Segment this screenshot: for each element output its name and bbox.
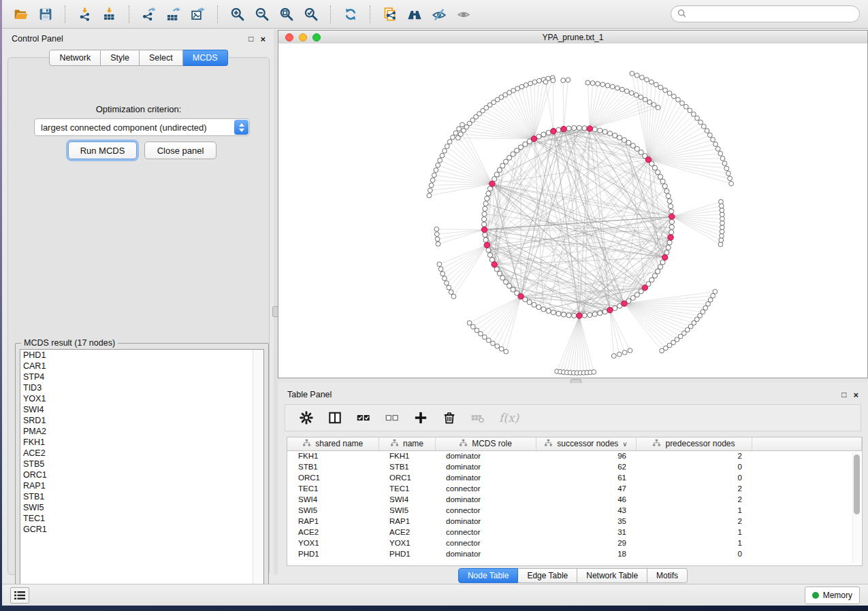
- network-node[interactable]: [688, 108, 692, 113]
- network-node[interactable]: [713, 142, 718, 147]
- network-node[interactable]: [729, 181, 734, 186]
- network-node[interactable]: [630, 71, 634, 76]
- network-node[interactable]: [440, 271, 445, 276]
- network-node[interactable]: [499, 346, 504, 351]
- network-node[interactable]: [434, 232, 439, 237]
- task-history-button[interactable]: [10, 587, 29, 604]
- network-node[interactable]: [600, 82, 605, 87]
- network-node[interactable]: [457, 127, 462, 131]
- network-node[interactable]: [483, 237, 488, 242]
- mcds-result-item[interactable]: STB5: [20, 459, 263, 469]
- network-node[interactable]: [656, 105, 660, 110]
- tab-node-table[interactable]: Node Table: [458, 568, 519, 583]
- mcds-hub-node[interactable]: [518, 293, 524, 299]
- network-node[interactable]: [719, 203, 724, 208]
- network-node[interactable]: [445, 281, 449, 286]
- network-node[interactable]: [495, 344, 500, 348]
- network-node[interactable]: [483, 201, 488, 206]
- network-node[interactable]: [483, 206, 487, 211]
- network-node[interactable]: [652, 165, 657, 170]
- network-node[interactable]: [656, 170, 660, 175]
- network-node[interactable]: [628, 348, 632, 353]
- network-node[interactable]: [482, 335, 487, 340]
- network-node[interactable]: [647, 100, 652, 105]
- import-network-icon[interactable]: [74, 4, 96, 24]
- network-node[interactable]: [429, 183, 434, 188]
- mcds-hub-node[interactable]: [645, 157, 651, 163]
- network-node[interactable]: [592, 312, 597, 316]
- mcds-hub-node[interactable]: [531, 136, 536, 142]
- mcds-hub-node[interactable]: [561, 126, 566, 131]
- network-node[interactable]: [622, 350, 627, 355]
- open-file-icon[interactable]: [10, 4, 32, 24]
- import-table-icon[interactable]: [99, 4, 120, 24]
- network-node[interactable]: [726, 171, 730, 176]
- tab-style[interactable]: Style: [101, 50, 140, 66]
- mcds-result-item[interactable]: SWI5: [20, 502, 263, 513]
- mcds-hub-node[interactable]: [662, 254, 667, 260]
- network-node[interactable]: [566, 126, 571, 131]
- table-scrollbar-thumb[interactable]: [854, 455, 860, 514]
- table-row[interactable]: SWI5SWI5connector431: [287, 505, 862, 516]
- column-header-successor-nodes[interactable]: successor nodes∨: [536, 437, 636, 450]
- network-node[interactable]: [497, 167, 502, 172]
- mcds-hub-node[interactable]: [551, 129, 556, 134]
- network-node[interactable]: [630, 295, 635, 300]
- mcds-result-item[interactable]: PMA2: [20, 426, 263, 437]
- deselect-all-rows-icon[interactable]: [385, 410, 400, 425]
- network-node[interactable]: [479, 331, 483, 336]
- network-node[interactable]: [590, 81, 595, 86]
- network-node[interactable]: [718, 151, 723, 156]
- network-node[interactable]: [711, 137, 716, 142]
- network-node[interactable]: [698, 120, 703, 125]
- export-network-icon[interactable]: [138, 4, 160, 24]
- mcds-hub-node[interactable]: [607, 308, 613, 313]
- network-node[interactable]: [504, 349, 509, 354]
- network-node[interactable]: [467, 320, 472, 325]
- network-node[interactable]: [507, 284, 511, 288]
- clone-network-icon[interactable]: [379, 4, 401, 24]
- network-node[interactable]: [536, 305, 541, 310]
- export-table-icon[interactable]: [163, 4, 184, 24]
- network-node[interactable]: [482, 212, 487, 216]
- network-node[interactable]: [728, 176, 733, 181]
- network-node[interactable]: [663, 88, 668, 93]
- result-list-scrollbar[interactable]: [253, 350, 263, 592]
- network-node[interactable]: [611, 354, 616, 359]
- close-table-panel-icon[interactable]: ×: [853, 391, 858, 399]
- table-row[interactable]: FKH1FKH1dominator962: [287, 450, 862, 461]
- network-node[interactable]: [500, 276, 505, 280]
- network-node[interactable]: [720, 225, 724, 230]
- mcds-result-item[interactable]: STB1: [20, 491, 263, 502]
- network-node[interactable]: [719, 199, 724, 204]
- network-node[interactable]: [639, 75, 644, 80]
- network-node[interactable]: [537, 78, 542, 83]
- mcds-hub-node[interactable]: [484, 242, 489, 248]
- network-node[interactable]: [660, 179, 665, 184]
- network-node[interactable]: [483, 233, 487, 237]
- mcds-hub-node[interactable]: [669, 214, 675, 219]
- network-node[interactable]: [435, 237, 440, 242]
- mcds-hub-node[interactable]: [622, 301, 627, 306]
- mcds-result-item[interactable]: SWI4: [20, 404, 263, 415]
- network-node[interactable]: [481, 222, 486, 227]
- mcds-result-item[interactable]: RAP1: [20, 480, 263, 491]
- column-header-MCDS-role[interactable]: MCDS role: [435, 437, 536, 450]
- network-node[interactable]: [605, 83, 610, 88]
- network-node[interactable]: [561, 78, 566, 83]
- network-node[interactable]: [556, 311, 561, 316]
- close-panel-button[interactable]: Close panel: [144, 142, 216, 159]
- network-node[interactable]: [438, 267, 443, 271]
- network-node[interactable]: [634, 146, 639, 151]
- network-node[interactable]: [491, 341, 496, 346]
- network-node[interactable]: [656, 269, 660, 274]
- table-row[interactable]: SWI4SWI4dominator462: [287, 494, 862, 505]
- network-node[interactable]: [630, 144, 635, 148]
- network-node[interactable]: [445, 144, 449, 149]
- search-input[interactable]: [690, 9, 853, 20]
- network-node[interactable]: [598, 311, 602, 316]
- mcds-result-item[interactable]: YOX1: [20, 393, 263, 404]
- network-node[interactable]: [669, 219, 674, 224]
- network-node[interactable]: [487, 252, 492, 257]
- column-header-name[interactable]: name: [379, 437, 435, 450]
